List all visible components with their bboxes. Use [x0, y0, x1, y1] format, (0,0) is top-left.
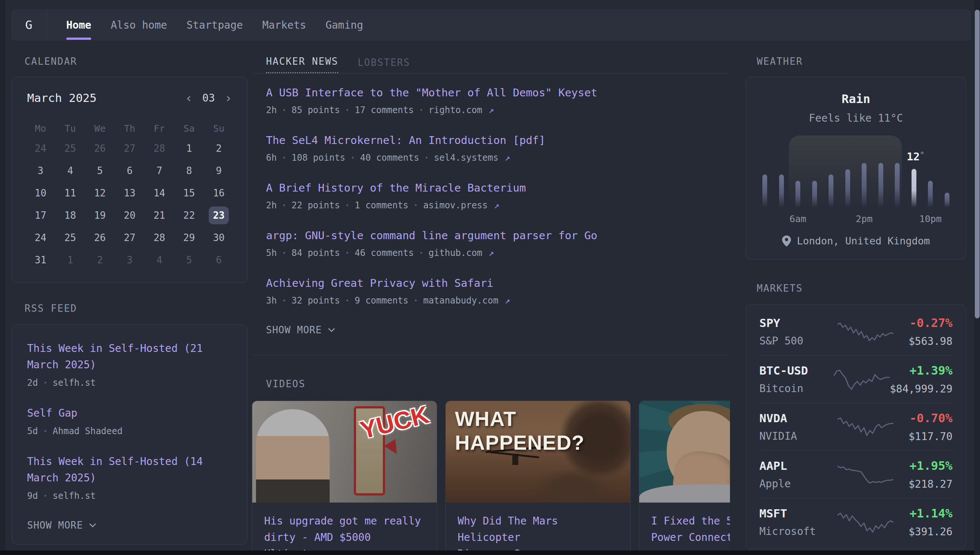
rss-item: This Week in Self-Hosted (21 March 2025)…	[27, 340, 232, 388]
videos-row: YUCK His upgrade got me really dirty - A…	[252, 401, 730, 555]
weather-hour-bar: 6am	[796, 141, 800, 208]
calendar-day-number: 21	[149, 207, 169, 224]
video-title[interactable]: I Fixed the 5 Power Connect	[651, 513, 730, 546]
market-row[interactable]: BTC-USD Bitcoin +1.39% $84,999.29	[759, 355, 953, 403]
calendar-day-number: 30	[209, 229, 229, 247]
nav-tab[interactable]: Markets	[262, 9, 306, 40]
video-card[interactable]: DO TH T I Fixed the 5 Power Connect 3d •…	[639, 401, 730, 555]
market-symbol-block: BTC-USD Bitcoin	[759, 364, 834, 395]
market-ticker: BTC-USD	[759, 364, 834, 377]
dot-separator: •	[346, 107, 350, 114]
external-link-icon: ↗	[505, 152, 510, 163]
news-item-title[interactable]: argp: GNU-style command line argument pa…	[266, 229, 730, 242]
news-item-source[interactable]: sel4.systems	[434, 152, 498, 163]
market-change-percent: +1.95%	[893, 459, 953, 473]
calendar-day-number: 26	[90, 140, 110, 157]
video-title[interactable]: Why Did The Mars Helicopter Disappear?	[458, 513, 618, 555]
hour-tick-label: 10pm	[919, 213, 942, 224]
market-values-block: +1.95% $218.27	[893, 459, 953, 490]
market-ticker: SPY	[759, 316, 837, 330]
nav-tab[interactable]: Home	[66, 9, 91, 40]
market-row[interactable]: NVDA NVIDIA -0.70% $117.70	[759, 403, 953, 451]
weather-section-label: WEATHER	[757, 56, 966, 67]
temperature-bar	[812, 181, 817, 208]
market-row[interactable]: MSFT Microsoft +1.14% $391.26	[759, 498, 953, 546]
news-bottom-divider	[252, 355, 730, 355]
video-caption: I Fixed the 5 Power Connect 3d • Linus T…	[639, 502, 730, 555]
window-edge-left	[0, 0, 5, 555]
calendar-weekday-label: Tu	[55, 119, 85, 137]
news-item-comments[interactable]: 1 comments	[354, 200, 409, 210]
nav-tab[interactable]: Startpage	[186, 9, 243, 40]
rss-item-title[interactable]: This Week in Self-Hosted (21 March 2025)	[27, 340, 232, 373]
market-sparkline	[837, 415, 893, 439]
calendar-month-title: March 2025	[27, 91, 97, 104]
calendar-day-number: 4	[60, 162, 80, 180]
calendar-day: 28	[144, 226, 174, 249]
calendar-day: 2	[204, 137, 234, 160]
calendar-day: 26	[85, 137, 115, 160]
news-item-age: 5h	[266, 248, 277, 258]
news-item-source[interactable]: asimov.press	[423, 200, 488, 210]
dot-separator: •	[282, 297, 286, 304]
calendar-day: 27	[115, 226, 145, 249]
news-show-more-button[interactable]: SHOW MORE	[266, 324, 730, 335]
rss-show-more-button[interactable]: SHOW MORE	[27, 520, 232, 531]
news-item-age: 6h	[266, 152, 277, 163]
calendar-day-number: 11	[60, 184, 80, 202]
temperature-bar	[945, 193, 950, 208]
news-item-title[interactable]: A USB Interface to the "Mother of All De…	[266, 86, 730, 99]
calendar-day: 16	[204, 182, 234, 204]
news-tab[interactable]: LOBSTERS	[358, 57, 410, 73]
news-item-source[interactable]: righto.com	[428, 105, 483, 115]
video-thumbnail[interactable]: DO TH T	[639, 401, 730, 502]
rss-item-title[interactable]: This Week in Self-Hosted (14 March 2025)	[27, 454, 232, 486]
market-name: NVIDIA	[759, 430, 837, 442]
news-item-comments[interactable]: 17 comments	[354, 105, 414, 115]
news-item-comments[interactable]: 40 comments	[360, 152, 419, 163]
chevron-right-icon[interactable]: ›	[225, 91, 232, 104]
video-thumbnail[interactable]: YUCK	[252, 401, 437, 502]
news-tab[interactable]: HACKER NEWS	[266, 56, 338, 73]
calendar-day-number: 9	[209, 162, 229, 180]
dot-separator: •	[346, 297, 350, 304]
calendar-day-number: 14	[149, 184, 169, 202]
dot-separator: •	[414, 202, 418, 209]
market-row[interactable]: AAPL Apple +1.95% $218.27	[759, 451, 953, 498]
calendar-day-number: 6	[119, 162, 140, 180]
market-values-block: +1.39% $84,999.29	[890, 363, 953, 395]
video-card[interactable]: YUCK His upgrade got me really dirty - A…	[252, 401, 437, 555]
video-title[interactable]: His upgrade got me really dirty - AMD $5…	[264, 513, 425, 555]
news-item-title[interactable]: A Brief History of the Miracle Bacterium	[266, 181, 730, 194]
video-card[interactable]: WHAT HAPPENED? Why Did The Mars Helicopt…	[445, 401, 630, 555]
nav-tab[interactable]: Also home	[111, 9, 167, 40]
nav-tab-label: Gaming	[326, 19, 363, 31]
news-item-source[interactable]: github.com	[428, 248, 483, 258]
news-item-title[interactable]: Achieving Great Privacy with Safari	[266, 277, 730, 289]
video-thumbnail[interactable]: WHAT HAPPENED?	[446, 401, 630, 502]
calendar-day-number: 6	[209, 251, 229, 269]
news-item-title[interactable]: The SeL4 Microkernel: An Introduction [p…	[266, 134, 730, 146]
calendar-day: 15	[174, 182, 204, 204]
nav-tab[interactable]: Gaming	[326, 9, 363, 40]
weather-location: London, United Kingdom	[760, 235, 952, 247]
market-ticker: MSFT	[759, 507, 837, 520]
market-ticker: NVDA	[759, 411, 837, 425]
calendar-day: 4	[144, 249, 174, 271]
market-change-percent: +1.39%	[890, 363, 953, 378]
chevron-left-icon[interactable]: ‹	[185, 91, 192, 104]
calendar-weekday-label: Fr	[144, 119, 174, 137]
news-item-comments[interactable]: 46 comments	[354, 248, 414, 258]
page-scrollbar	[974, 0, 980, 555]
hour-tick-label: 2pm	[856, 213, 873, 224]
market-symbol-block: NVDA NVIDIA	[759, 411, 837, 442]
calendar-day-number: 4	[149, 251, 169, 269]
app-logo[interactable]: G	[11, 9, 47, 40]
market-sparkline	[834, 367, 890, 391]
dot-separator: •	[282, 154, 286, 162]
rss-item-title[interactable]: Self Gap	[27, 405, 232, 422]
news-item-comments[interactable]: 9 comments	[354, 295, 409, 306]
news-item-source[interactable]: matanabudy.com	[423, 295, 498, 306]
market-row[interactable]: SPY S&P 500 -0.27% $563.98	[759, 308, 953, 355]
scrollbar-thumb[interactable]	[975, 10, 980, 318]
